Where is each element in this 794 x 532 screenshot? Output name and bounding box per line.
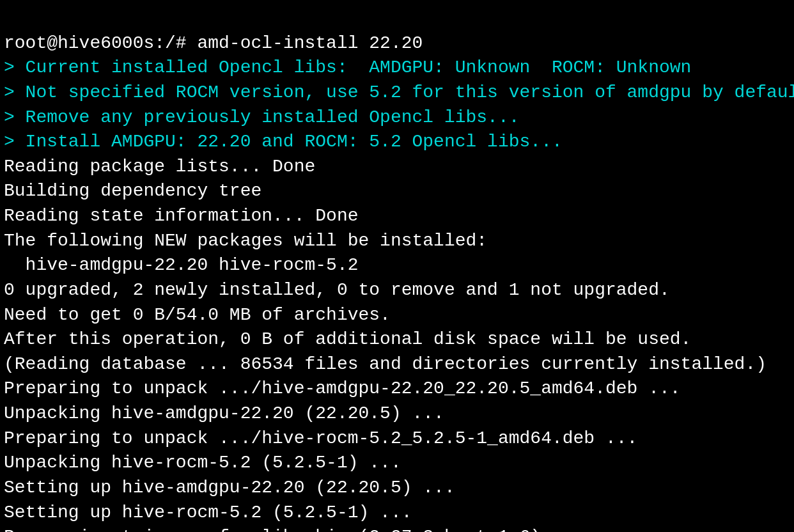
- terminal-text: Unpacking hive-amdgpu-22.20 (22.20.5) ..…: [4, 403, 444, 423]
- terminal-line: Building dependency tree: [4, 179, 790, 204]
- terminal-text: Setting up hive-rocm-5.2 (5.2.5-1) ...: [4, 503, 412, 522]
- terminal-text: Setting up hive-amdgpu-22.20 (22.20.5) .…: [4, 478, 455, 497]
- terminal-line: Setting up hive-rocm-5.2 (5.2.5-1) ...: [4, 501, 790, 526]
- terminal-line: 0 upgraded, 2 newly installed, 0 to remo…: [4, 278, 790, 303]
- terminal-text: Reading package lists... Done: [4, 157, 315, 176]
- terminal-text: (Reading database ... 86534 files and di…: [4, 354, 767, 374]
- terminal-line: The following NEW packages will be insta…: [4, 229, 790, 254]
- terminal-text: Unpacking hive-rocm-5.2 (5.2.5-1) ...: [4, 453, 401, 473]
- terminal-text: root@hive6000s:/# amd-ocl-install 22.20: [4, 33, 423, 53]
- terminal-text: After this operation, 0 B of additional …: [4, 329, 691, 349]
- terminal-text: Preparing to unpack .../hive-rocm-5.2_5.…: [4, 428, 637, 448]
- terminal-line: hive-amdgpu-22.20 hive-rocm-5.2: [4, 253, 790, 278]
- terminal-line: Setting up hive-amdgpu-22.20 (22.20.5) .…: [4, 476, 790, 501]
- terminal-text: Reading state information... Done: [4, 206, 359, 226]
- terminal-line: Preparing to unpack .../hive-amdgpu-22.2…: [4, 377, 790, 402]
- terminal-text: The following NEW packages will be insta…: [4, 231, 487, 251]
- terminal-line: Preparing to unpack .../hive-rocm-5.2_5.…: [4, 426, 790, 451]
- terminal-text: > Not specified ROCM version, use 5.2 fo…: [4, 82, 794, 102]
- terminal-line: After this operation, 0 B of additional …: [4, 327, 790, 352]
- terminal-text: > Install AMDGPU: 22.20 and ROCM: 5.2 Op…: [4, 132, 563, 152]
- terminal-window: root@hive6000s:/# amd-ocl-install 22.20>…: [4, 6, 790, 532]
- terminal-line: Need to get 0 B/54.0 MB of archives.: [4, 303, 790, 328]
- terminal-line: root@hive6000s:/# amd-ocl-install 22.20: [4, 31, 790, 56]
- terminal-line: Unpacking hive-rocm-5.2 (5.2.5-1) ...: [4, 451, 790, 476]
- terminal-line: Reading package lists... Done: [4, 155, 790, 180]
- terminal-text: > Remove any previously installed Opencl…: [4, 107, 520, 127]
- terminal-line: (Reading database ... 86534 files and di…: [4, 352, 790, 377]
- terminal-text: > Current installed Opencl libs: AMDGPU:…: [4, 58, 691, 77]
- terminal-text: hive-amdgpu-22.20 hive-rocm-5.2: [4, 255, 359, 275]
- terminal-line: Unpacking hive-amdgpu-22.20 (22.20.5) ..…: [4, 402, 790, 426]
- terminal-line: > Install AMDGPU: 22.20 and ROCM: 5.2 Op…: [4, 130, 790, 155]
- terminal-text: Preparing to unpack .../hive-amdgpu-22.2…: [4, 379, 681, 398]
- terminal-text: Need to get 0 B/54.0 MB of archives.: [4, 305, 391, 325]
- terminal-text: Processing triggers for libc-bin (2.27-3…: [4, 527, 584, 532]
- terminal-line: Processing triggers for libc-bin (2.27-3…: [4, 525, 790, 532]
- terminal-text: 0 upgraded, 2 newly installed, 0 to remo…: [4, 280, 670, 300]
- terminal-line: > Remove any previously installed Opencl…: [4, 106, 790, 130]
- terminal-line: Reading state information... Done: [4, 204, 790, 229]
- terminal-text: Building dependency tree: [4, 181, 261, 201]
- terminal-line: > Current installed Opencl libs: AMDGPU:…: [4, 56, 790, 81]
- terminal-line: > Not specified ROCM version, use 5.2 fo…: [4, 81, 790, 106]
